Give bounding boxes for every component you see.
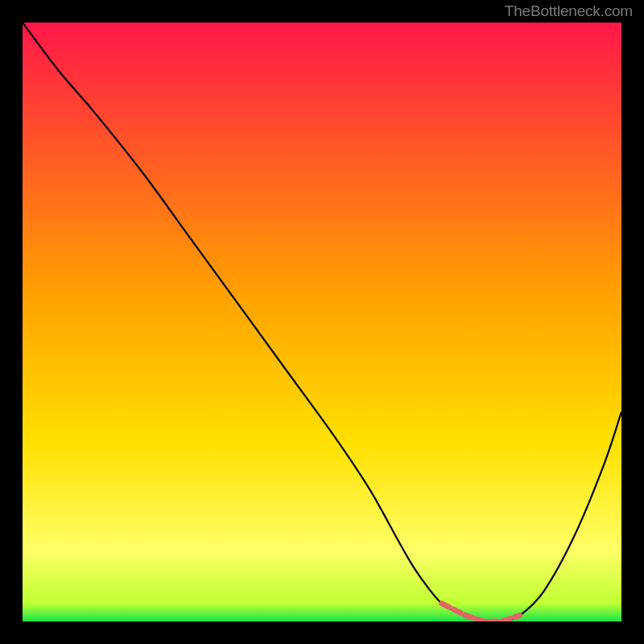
- attribution-text: TheBottleneck.com: [505, 2, 633, 20]
- chart-container: [23, 23, 621, 621]
- heatmap-background: [23, 23, 621, 621]
- bottleneck-chart: [23, 23, 621, 621]
